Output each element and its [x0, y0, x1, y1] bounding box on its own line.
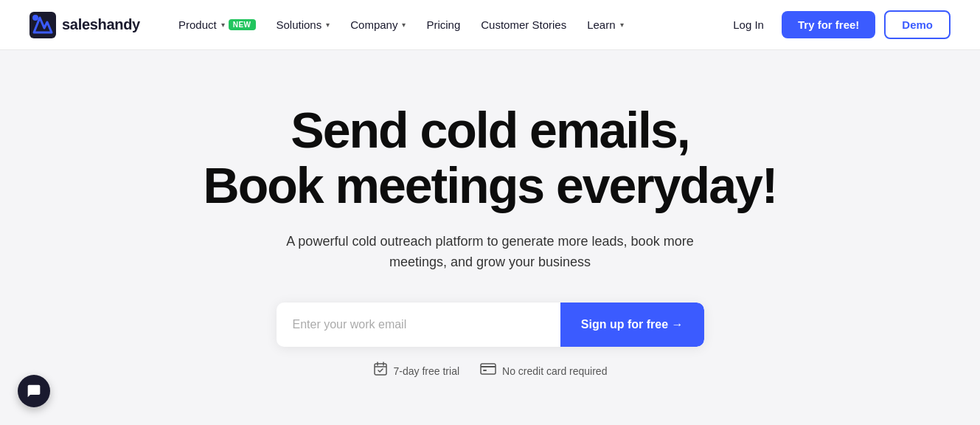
- nav-item-product[interactable]: Product ▾ NEW: [170, 13, 265, 37]
- nav-actions: Log In Try for free! Demo: [724, 10, 951, 39]
- chevron-down-icon: ▾: [221, 21, 225, 29]
- hero-section: Send cold emails, Book meetings everyday…: [0, 50, 980, 425]
- navbar: saleshandy Product ▾ NEW Solutions ▾ Com…: [0, 0, 980, 50]
- svg-rect-9: [483, 370, 487, 371]
- hero-headline: Send cold emails, Book meetings everyday…: [204, 103, 777, 213]
- nav-item-customer-stories[interactable]: Customer Stories: [472, 13, 575, 37]
- logo-text: saleshandy: [62, 16, 140, 33]
- signup-button[interactable]: Sign up for free →: [560, 303, 704, 347]
- headline-line2: Book meetings everyday!: [204, 157, 777, 213]
- email-signup-form: Sign up for free →: [277, 303, 704, 347]
- email-input[interactable]: [277, 303, 560, 347]
- nav-item-company[interactable]: Company ▾: [341, 13, 414, 37]
- nav-item-solutions[interactable]: Solutions ▾: [268, 13, 339, 37]
- svg-rect-7: [481, 364, 496, 374]
- chevron-down-icon: ▾: [620, 21, 624, 29]
- trust-item-trial: 7-day free trial: [373, 362, 459, 380]
- card-icon: [480, 363, 496, 379]
- logo[interactable]: saleshandy: [29, 12, 140, 38]
- chevron-down-icon: ▾: [402, 21, 406, 29]
- chat-support-button[interactable]: [18, 375, 50, 407]
- svg-rect-3: [375, 364, 386, 375]
- trust-item-no-cc: No credit card required: [480, 363, 607, 379]
- hero-subheadline: A powerful cold outreach platform to gen…: [269, 231, 712, 274]
- try-free-button[interactable]: Try for free!: [782, 11, 875, 38]
- nav-item-learn[interactable]: Learn ▾: [578, 13, 632, 37]
- trust-badges: 7-day free trial No credit card required: [373, 362, 608, 380]
- nav-links: Product ▾ NEW Solutions ▾ Company ▾ Pric…: [170, 13, 724, 37]
- trial-text: 7-day free trial: [394, 365, 459, 377]
- logo-icon: [29, 12, 56, 38]
- demo-button[interactable]: Demo: [884, 10, 951, 39]
- login-button[interactable]: Log In: [724, 13, 773, 37]
- svg-point-2: [32, 15, 38, 21]
- no-credit-card-text: No credit card required: [502, 365, 607, 377]
- nav-item-pricing[interactable]: Pricing: [417, 13, 469, 37]
- headline-line1: Send cold emails,: [291, 102, 689, 158]
- calendar-icon: [373, 362, 388, 380]
- chevron-down-icon: ▾: [326, 21, 330, 29]
